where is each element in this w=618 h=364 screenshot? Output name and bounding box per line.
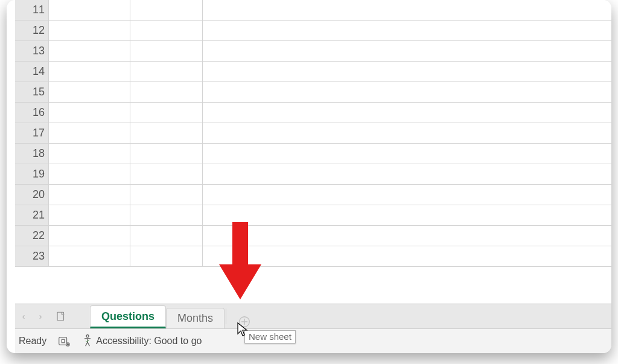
cell[interactable] [203, 144, 611, 164]
cell[interactable] [130, 123, 203, 143]
cell[interactable] [130, 82, 203, 102]
cell[interactable] [49, 82, 130, 102]
grid-row[interactable]: 17 [15, 123, 611, 144]
worksheet-grid[interactable]: 11 12 13 14 [15, 0, 611, 304]
svg-point-5 [68, 343, 69, 345]
cell[interactable] [130, 246, 203, 266]
accessibility-status[interactable]: Accessibility: Good to go [81, 334, 202, 348]
grid-row[interactable]: 22 [15, 226, 611, 246]
cell[interactable] [203, 185, 611, 205]
row-header[interactable]: 21 [15, 205, 49, 225]
cell[interactable] [203, 62, 611, 81]
accessibility-label: Accessibility: Good to go [96, 336, 202, 346]
cell[interactable] [130, 62, 203, 81]
cell[interactable] [130, 226, 203, 246]
cell[interactable] [49, 123, 130, 143]
row-header[interactable]: 20 [15, 185, 49, 205]
cell[interactable] [130, 185, 203, 205]
cell[interactable] [49, 226, 130, 246]
row-header[interactable]: 19 [15, 164, 49, 184]
row-header[interactable]: 14 [15, 62, 49, 81]
row-header[interactable]: 18 [15, 144, 49, 164]
cell[interactable] [130, 164, 203, 184]
cell[interactable] [130, 0, 203, 20]
cell[interactable] [49, 246, 130, 266]
sheet-nav-prev[interactable]: ‹ [20, 311, 28, 321]
cell[interactable] [49, 41, 130, 61]
svg-point-6 [86, 335, 89, 337]
row-header[interactable]: 23 [15, 246, 49, 266]
svg-rect-3 [62, 339, 65, 343]
status-ready: Ready [19, 336, 46, 346]
cell[interactable] [203, 164, 611, 184]
grid-row[interactable]: 20 [15, 185, 611, 205]
sheet-tab-label: Months [177, 312, 213, 325]
cell[interactable] [49, 0, 130, 20]
cell[interactable] [203, 123, 611, 143]
row-header[interactable]: 11 [15, 0, 49, 20]
cell[interactable] [203, 21, 611, 40]
cell[interactable] [130, 21, 203, 40]
cell[interactable] [130, 144, 203, 164]
grid-row[interactable]: 14 [15, 62, 611, 82]
cell[interactable] [203, 226, 611, 246]
sheet-list-icon[interactable] [49, 304, 73, 328]
macro-record-icon[interactable] [57, 334, 71, 348]
sheet-tab-strip: ‹ › Questions Months [15, 304, 611, 329]
grid-row[interactable]: 23 [15, 246, 611, 267]
cell[interactable] [130, 205, 203, 225]
row-header[interactable]: 12 [15, 21, 49, 40]
new-sheet-tooltip: New sheet [244, 330, 296, 343]
cell[interactable] [49, 62, 130, 81]
svg-rect-2 [59, 337, 67, 345]
cell[interactable] [49, 144, 130, 164]
tab-divider [226, 308, 226, 324]
sheet-nav-next[interactable]: › [37, 311, 45, 321]
sheet-tab-questions[interactable]: Questions [90, 305, 166, 328]
grid-row[interactable]: 11 [15, 0, 611, 21]
grid-row[interactable]: 15 [15, 82, 611, 103]
cell[interactable] [49, 205, 130, 225]
cell[interactable] [203, 82, 611, 102]
grid-row[interactable]: 21 [15, 205, 611, 226]
cell[interactable] [49, 21, 130, 40]
row-header[interactable]: 16 [15, 103, 49, 123]
row-header[interactable]: 15 [15, 82, 49, 102]
new-sheet-button[interactable] [232, 315, 256, 328]
row-header[interactable]: 17 [15, 123, 49, 143]
row-header[interactable]: 22 [15, 226, 49, 246]
cell[interactable] [203, 41, 611, 61]
cell[interactable] [49, 164, 130, 184]
cell[interactable] [130, 103, 203, 123]
cell[interactable] [49, 185, 130, 205]
grid-row[interactable]: 18 [15, 144, 611, 164]
sheet-tab-months[interactable]: Months [166, 308, 225, 328]
grid-row[interactable]: 19 [15, 164, 611, 185]
cell[interactable] [130, 41, 203, 61]
cell[interactable] [203, 103, 611, 123]
sheet-tab-label: Questions [101, 310, 154, 323]
grid-row[interactable]: 13 [15, 41, 611, 62]
cell[interactable] [203, 0, 611, 20]
cell[interactable] [49, 103, 130, 123]
status-bar: Ready Accessibility: Good to go [15, 329, 611, 353]
grid-row[interactable]: 12 [15, 21, 611, 41]
cell[interactable] [203, 246, 611, 266]
cell[interactable] [203, 205, 611, 225]
row-header[interactable]: 13 [15, 41, 49, 61]
grid-row[interactable]: 16 [15, 103, 611, 123]
